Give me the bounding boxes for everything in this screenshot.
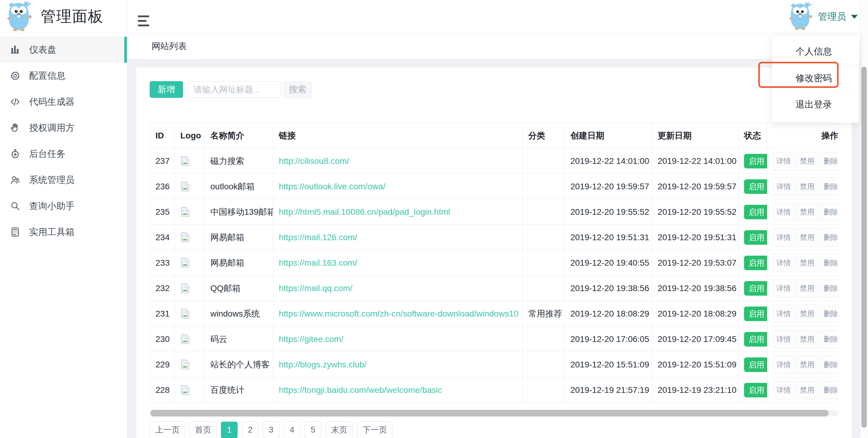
delete-button[interactable]: 删除	[820, 203, 838, 221]
detail-button[interactable]: 详情	[773, 356, 794, 374]
disable-button[interactable]: 禁用	[797, 228, 818, 246]
cell-status: 启用	[739, 327, 767, 352]
cell-category: 常用推荐	[523, 301, 565, 327]
vertical-scrollbar[interactable]	[860, 0, 868, 438]
sidebar-item[interactable]: 授权调用方	[0, 115, 127, 141]
search-button[interactable]: 搜索	[284, 81, 312, 98]
status-badge[interactable]: 启用	[744, 281, 767, 296]
site-link[interactable]: http://blogs.zywhs.club/	[279, 360, 366, 369]
detail-button[interactable]: 详情	[773, 152, 794, 170]
sidebar-item[interactable]: 实用工具箱	[0, 219, 127, 245]
user-menu-item[interactable]: 修改密码	[772, 65, 859, 91]
page-button[interactable]: 首页	[189, 422, 217, 438]
site-link[interactable]: http://html5.mail.10086.cn/pad/pad_login…	[279, 207, 450, 216]
cell-status: 启用	[739, 250, 767, 276]
detail-button[interactable]: 详情	[773, 177, 794, 196]
detail-button[interactable]: 详情	[773, 330, 794, 348]
site-link[interactable]: https://mail.163.com/	[279, 258, 357, 267]
table-row: 233 网易邮箱 https://mail.163.com/ 2019-12-2…	[150, 250, 839, 276]
horizontal-scrollbar-thumb[interactable]	[150, 410, 829, 416]
status-badge[interactable]: 启用	[744, 205, 767, 219]
site-link[interactable]: http://cilisou8.com/	[279, 156, 349, 166]
vertical-scrollbar-thumb[interactable]	[861, 67, 867, 428]
disable-button[interactable]: 禁用	[797, 330, 818, 348]
cell-name: QQ邮箱	[205, 276, 273, 301]
page-button[interactable]: 上一页	[150, 422, 185, 438]
delete-button[interactable]: 删除	[820, 279, 838, 298]
sidebar-item-label: 查询小助手	[29, 200, 74, 212]
delete-button[interactable]: 删除	[820, 254, 838, 272]
collapse-sidebar-button[interactable]	[138, 15, 149, 29]
disable-button[interactable]: 禁用	[797, 381, 818, 399]
sidebar-item-label: 授权调用方	[29, 122, 74, 134]
status-badge[interactable]: 启用	[744, 307, 767, 321]
sidebar-item-label: 后台任务	[29, 148, 65, 160]
disable-button[interactable]: 禁用	[797, 279, 818, 298]
cell-id: 234	[150, 225, 175, 250]
page-button[interactable]: 3	[263, 422, 279, 438]
disable-button[interactable]: 禁用	[797, 254, 818, 272]
site-link[interactable]: https://www.microsoft.com/zh-cn/software…	[279, 309, 519, 318]
cell-actions: 详情 禁用 删除 编辑	[767, 276, 839, 301]
user-menu-item[interactable]: 退出登录	[772, 91, 859, 117]
sidebar-item[interactable]: 配置信息	[0, 63, 127, 89]
sidebar-item[interactable]: 代码生成器	[0, 89, 127, 115]
site-link[interactable]: https://tongji.baidu.com/web/welcome/bas…	[279, 385, 442, 395]
detail-button[interactable]: 详情	[773, 203, 794, 221]
page-button[interactable]: 2	[242, 422, 258, 438]
status-badge[interactable]: 启用	[744, 383, 767, 397]
status-badge[interactable]: 启用	[744, 332, 767, 346]
site-link[interactable]: https://outlook.live.com/owa/	[279, 182, 385, 191]
sidebar-item[interactable]: 系统管理员	[0, 167, 127, 193]
cell-category	[523, 225, 565, 250]
broken-image-icon	[180, 258, 190, 268]
delete-button[interactable]: 删除	[820, 330, 838, 348]
user-menu-trigger[interactable]: 管理员	[788, 0, 858, 33]
delete-button[interactable]: 删除	[820, 381, 838, 399]
delete-button[interactable]: 删除	[820, 152, 838, 170]
site-link[interactable]: https://mail.126.com/	[279, 233, 357, 242]
horizontal-scrollbar[interactable]	[150, 410, 838, 416]
disable-button[interactable]: 禁用	[797, 356, 818, 374]
search-input[interactable]	[187, 81, 281, 98]
user-menu-item[interactable]: 个人信息	[772, 38, 859, 65]
status-badge[interactable]: 启用	[744, 256, 767, 270]
sidebar-item[interactable]: 后台任务	[0, 141, 127, 167]
disable-button[interactable]: 禁用	[797, 305, 818, 323]
status-badge[interactable]: 启用	[744, 358, 767, 372]
detail-button[interactable]: 详情	[773, 254, 794, 272]
sidebar-item[interactable]: 仪表盘	[0, 37, 127, 63]
pagination: 上一页 首页 1 2 3 4 5 末页 下一页	[150, 422, 838, 438]
delete-button[interactable]: 删除	[820, 356, 838, 374]
detail-button[interactable]: 详情	[773, 381, 794, 399]
page-button[interactable]: 1	[221, 422, 238, 438]
site-link[interactable]: https://gitee.com/	[279, 334, 343, 344]
delete-button[interactable]: 删除	[820, 177, 838, 196]
page-button[interactable]: 末页	[326, 422, 353, 438]
status-badge[interactable]: 启用	[744, 179, 767, 194]
sidebar-item-icon	[10, 148, 21, 159]
topbar: 管理员	[127, 0, 860, 33]
status-badge[interactable]: 启用	[744, 230, 767, 245]
page-button[interactable]: 4	[284, 422, 300, 438]
add-button[interactable]: 新增	[150, 81, 183, 98]
page-button[interactable]: 下一页	[357, 422, 393, 438]
detail-button[interactable]: 详情	[773, 305, 794, 323]
disable-button[interactable]: 禁用	[797, 152, 818, 170]
sidebar-item[interactable]: 查询小助手	[0, 193, 127, 219]
status-badge[interactable]: 启用	[744, 154, 767, 168]
site-link[interactable]: https://mail.qq.com/	[279, 283, 352, 293]
detail-button[interactable]: 详情	[773, 228, 794, 246]
disable-button[interactable]: 禁用	[797, 177, 818, 196]
cell-created: 2019-12-20 19:55:52	[565, 199, 652, 225]
page-button[interactable]: 5	[305, 422, 321, 438]
broken-image-icon	[180, 181, 190, 192]
disable-button[interactable]: 禁用	[797, 203, 818, 221]
delete-button[interactable]: 删除	[820, 228, 838, 246]
cell-actions: 详情 禁用 删除 编辑	[767, 174, 839, 199]
broken-image-icon	[180, 359, 190, 370]
delete-button[interactable]: 删除	[820, 305, 838, 323]
detail-button[interactable]: 详情	[773, 279, 794, 298]
broken-image-icon	[180, 207, 190, 217]
tab-website-list[interactable]: 网站列表	[142, 33, 196, 59]
